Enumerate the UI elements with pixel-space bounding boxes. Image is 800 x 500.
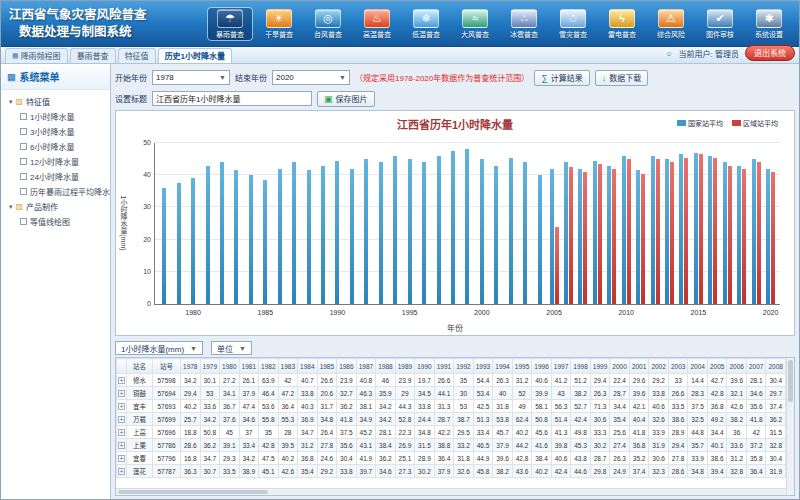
row-expander-cell[interactable]: + (117, 465, 127, 478)
logout-button[interactable]: 退出系统 (745, 45, 795, 61)
checkbox-icon[interactable] (20, 158, 27, 165)
bar-group (316, 143, 330, 304)
col-year: 1987 (356, 359, 376, 374)
table-row[interactable]: +铜鼓5769429.45334.137.946.447.233.820.632… (117, 387, 786, 400)
expand-icon[interactable]: + (118, 429, 125, 436)
end-year-select[interactable]: 2020 ▼ (272, 70, 350, 85)
tree-item[interactable]: 历年暴雨过程平均降水量 (3, 184, 108, 199)
table-row[interactable]: +宜丰5769340.233.636.747.453.636.440.331.7… (117, 400, 786, 413)
checkbox-icon[interactable] (20, 218, 27, 225)
value-cell: 53.6 (259, 400, 279, 413)
toolbar-item-cold[interactable]: ❄低温普查 (404, 8, 448, 40)
toolbar-item-rainstorm[interactable]: ☂暴雨普查 (208, 8, 252, 40)
unit-select[interactable]: 单位 ▼ (211, 341, 252, 355)
national-bar (564, 162, 568, 304)
download-button[interactable]: ↓ 数据下载 (595, 70, 649, 86)
col-year: 1999 (590, 359, 610, 374)
expand-icon[interactable]: + (118, 390, 125, 397)
checkbox-icon[interactable] (20, 173, 27, 180)
checkbox-icon[interactable] (20, 113, 27, 120)
toolbar-item-typhoon[interactable]: ◎台风普查 (306, 8, 350, 40)
calculate-button[interactable]: ∑ 计算结果 (534, 70, 589, 86)
tree-folder-0[interactable]: ▾▨特征值 (3, 94, 108, 109)
row-expander-cell[interactable]: + (117, 439, 127, 452)
tab-2[interactable]: 特征值 (118, 48, 156, 63)
toolbar-item-heat[interactable]: ♨高温普查 (355, 8, 399, 40)
checkbox-icon[interactable] (20, 128, 27, 135)
vertical-scrollbar-thumb[interactable] (788, 360, 793, 402)
value-cell: 42.8 (259, 439, 279, 452)
expand-icon[interactable]: + (118, 403, 125, 410)
checkbox-icon[interactable] (20, 143, 27, 150)
app-title-line2: 数据处理与制图系统 (9, 24, 147, 41)
toolbar-item-wind[interactable]: ≈大风普查 (453, 8, 497, 40)
row-expander-cell[interactable]: + (117, 374, 127, 387)
regional-bar (627, 159, 631, 304)
table-row[interactable]: +宜春5779616.834.729.334.247.540.236.824.6… (117, 452, 786, 465)
value-cell: 34.2 (200, 413, 220, 426)
national-bar (622, 156, 626, 304)
value-cell: 42.8 (707, 387, 727, 400)
col-year: 2007 (746, 359, 766, 374)
col-year: 2004 (688, 359, 708, 374)
expand-icon[interactable]: + (118, 455, 125, 462)
toolbar-item-label: 系统设置 (755, 29, 783, 39)
value-cell: 34.4 (707, 426, 727, 439)
toolbar-item-hail[interactable]: ∴冰雹普查 (502, 8, 546, 40)
value-cell: 58.1 (532, 400, 552, 413)
chart-title-input[interactable] (152, 91, 312, 106)
checkbox-icon[interactable] (20, 188, 27, 195)
expand-icon[interactable]: + (118, 416, 125, 423)
toolbar-item-label: 低温普查 (412, 29, 440, 39)
rainstorm-icon: ☂ (217, 9, 243, 28)
tree-item[interactable]: 1小时降水量 (3, 109, 108, 124)
tab-1[interactable]: 暴雨普查 (70, 48, 116, 63)
table-row[interactable]: +上栗5778628.636.239.133.442.839.531.227.8… (117, 439, 786, 452)
value-cell: 31.3 (434, 400, 454, 413)
toolbar-item-review[interactable]: ✔图件审核 (698, 8, 742, 40)
expand-icon[interactable]: + (118, 377, 125, 384)
value-cell: 22.3 (395, 426, 415, 439)
expand-icon[interactable]: + (118, 468, 125, 475)
tree-item[interactable]: 24小时降水量 (3, 169, 108, 184)
expand-icon[interactable]: + (118, 442, 125, 449)
horizontal-scrollbar[interactable] (116, 488, 786, 495)
table-row[interactable]: +莲花5778736.330.733.538.945.142.635.429.2… (117, 465, 786, 478)
tree-item[interactable]: 等值线绘图 (3, 214, 108, 229)
tree-item[interactable]: 3小时降水量 (3, 124, 108, 139)
user-icon: ☺ (665, 50, 672, 57)
row-expander-cell[interactable]: + (117, 426, 127, 439)
row-expander-cell[interactable]: + (117, 413, 127, 426)
tab-0[interactable]: ▦降雨频程图 (5, 48, 68, 63)
value-cell: 22.4 (610, 374, 630, 387)
x-tick-label: 2010 (618, 309, 634, 316)
data-table: 站名站号197819791980198119821983198419851986… (116, 358, 786, 478)
tree-item[interactable]: 6小时降水量 (3, 139, 108, 154)
table-row[interactable]: +修水5759834.230.127.226.163.94240.726.623… (117, 374, 786, 387)
toolbar-item-drought[interactable]: ☀干旱普查 (257, 8, 301, 40)
toolbar-item-risk[interactable]: ⚠综合风险 (649, 8, 693, 40)
value-cell: 38.4 (376, 439, 396, 452)
y-tick-label: 0 (138, 300, 151, 307)
start-year-select[interactable]: 1978 ▼ (152, 70, 230, 85)
toolbar-item-settings[interactable]: ✱系统设置 (747, 8, 791, 40)
toolbar-item-label: 干旱普查 (265, 29, 293, 39)
row-expander-cell[interactable]: + (117, 400, 127, 413)
tree-folder-label: 产品制作 (26, 201, 58, 212)
tree-folder-1[interactable]: ▾▨产品制作 (3, 199, 108, 214)
table-row[interactable]: +上高5769618.850.84537352834.726.437.545.2… (117, 426, 786, 439)
toolbar-item-lightning[interactable]: ϟ雷电普查 (600, 8, 644, 40)
row-expander-cell[interactable]: + (117, 387, 127, 400)
table-row[interactable]: +万载5769925.734.237.634.655.855.336.934.8… (117, 413, 786, 426)
save-image-button[interactable]: ▣ 保存图片 (317, 91, 375, 107)
value-cell: 29.2 (317, 465, 337, 478)
value-cell: 28 (278, 426, 298, 439)
value-type-select[interactable]: 1小时降水量(mm) ▼ (115, 341, 203, 355)
vertical-scrollbar[interactable] (786, 358, 794, 495)
value-cell: 40.2 (181, 400, 201, 413)
tree-item[interactable]: 12小时降水量 (3, 154, 108, 169)
row-expander-cell[interactable]: + (117, 452, 127, 465)
horizontal-scrollbar-thumb[interactable] (118, 490, 268, 494)
toolbar-item-snow[interactable]: ☃雪灾普查 (551, 8, 595, 40)
tab-3[interactable]: 历史1小时降水量 (158, 48, 232, 63)
